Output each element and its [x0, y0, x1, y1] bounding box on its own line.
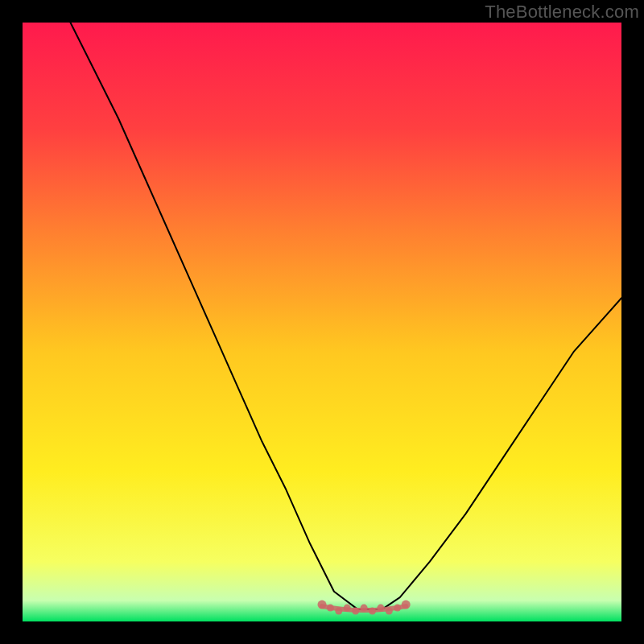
svg-point-1: [318, 601, 327, 609]
plot-area: [23, 23, 621, 621]
svg-point-3: [335, 608, 342, 615]
svg-point-11: [402, 601, 411, 609]
bottleneck-curve: [23, 23, 621, 621]
curve-minimum-marker: [318, 601, 411, 615]
svg-point-4: [344, 605, 351, 612]
watermark-text: TheBottleneck.com: [485, 2, 639, 23]
svg-point-6: [361, 605, 368, 612]
svg-point-9: [386, 608, 393, 615]
svg-point-2: [327, 605, 334, 612]
svg-point-5: [352, 608, 359, 615]
svg-point-8: [377, 605, 384, 612]
chart-frame: TheBottleneck.com: [0, 0, 644, 644]
svg-point-7: [369, 608, 376, 615]
svg-point-10: [394, 605, 401, 612]
